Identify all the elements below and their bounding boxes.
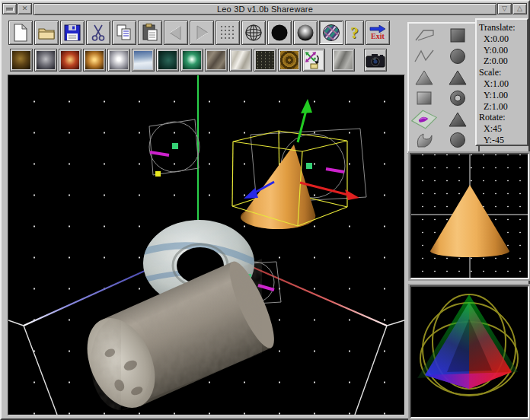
copy-pages-icon <box>116 24 132 42</box>
texture-swatch-silver[interactable] <box>107 49 130 72</box>
titlebar: ✕ Leo 3D v1.0b Shareware ▽ △ <box>2 2 528 15</box>
cut-button[interactable] <box>86 21 110 45</box>
back-arrow-icon <box>168 24 184 41</box>
sphere-primitive-icon <box>447 47 468 65</box>
exit-label: Exit <box>371 33 385 40</box>
torus-primitive-tool[interactable] <box>444 89 471 107</box>
copy-button[interactable] <box>112 21 136 45</box>
texture-thumb <box>183 51 201 69</box>
pyramid-primitive-icon <box>447 110 468 129</box>
texture-swatch-steel[interactable] <box>34 49 57 72</box>
rotate-y: Y:-45 <box>479 135 527 146</box>
snapshot-button[interactable] <box>364 49 387 72</box>
main-toolbar: ? Exit <box>8 19 391 46</box>
open-button[interactable] <box>34 21 59 45</box>
texture-toolbar <box>10 48 388 72</box>
zigzag-tool[interactable] <box>410 47 438 65</box>
textured-render-icon <box>322 24 340 42</box>
points-render-button[interactable] <box>216 21 240 45</box>
texture-thumb <box>12 51 30 69</box>
texture-thumb <box>37 51 55 69</box>
wireframe-render-button[interactable] <box>241 21 266 45</box>
triangle-tool[interactable] <box>410 68 438 87</box>
cone-front-view <box>430 185 509 257</box>
plane-with-circle-upper[interactable] <box>149 119 200 177</box>
forward-arrow-icon <box>193 24 210 41</box>
front-view-panel[interactable] <box>410 153 529 279</box>
texture-swatch-gray-marble[interactable] <box>332 49 355 72</box>
window-title: Leo 3D v1.0b Shareware <box>34 3 496 15</box>
cone-object[interactable] <box>241 145 315 229</box>
texture-swatch-sky[interactable] <box>132 49 155 72</box>
texture-thumb <box>231 51 250 69</box>
back-button[interactable] <box>164 21 188 45</box>
system-menu-button[interactable] <box>2 3 17 14</box>
forward-button[interactable] <box>190 21 214 45</box>
texture-swatch-rust[interactable] <box>59 49 81 72</box>
translate-header: Translate: <box>479 22 527 33</box>
tool-palette <box>407 22 480 154</box>
texture-swatch-speckle[interactable] <box>254 49 276 72</box>
zigzag-tool-icon <box>413 47 435 65</box>
system-menu-icon <box>6 8 13 11</box>
shaded-render-button[interactable] <box>293 21 318 45</box>
points-render-icon <box>219 24 236 41</box>
camera-icon <box>366 52 385 68</box>
open-folder-icon <box>37 25 56 40</box>
texture-swatch-gold[interactable] <box>83 49 106 72</box>
polyline-tool-icon <box>413 27 435 45</box>
curve-tool[interactable] <box>410 131 438 149</box>
texture-swatch-tan-marble[interactable] <box>205 49 228 72</box>
cube-primitive-tool[interactable] <box>444 27 471 45</box>
texture-swatch-teal-marble[interactable] <box>156 49 179 72</box>
new-button[interactable] <box>8 21 33 45</box>
main-3d-viewport[interactable] <box>8 75 405 415</box>
translate-z: Z:0.00 <box>479 56 527 67</box>
paste-button[interactable] <box>138 21 162 45</box>
texture-swatch-emerald[interactable] <box>180 49 203 72</box>
texture-swatch-white-marble[interactable] <box>229 49 252 72</box>
raise-window-icon: △ <box>517 5 522 12</box>
lower-window-button[interactable]: ▽ <box>497 3 512 14</box>
texture-swatch-gold-rings[interactable] <box>278 49 301 72</box>
textured-render-button[interactable] <box>319 21 343 45</box>
save-button[interactable] <box>60 21 85 45</box>
torus-primitive-icon <box>447 89 468 107</box>
shaded-render-icon <box>296 24 314 42</box>
material-brush-tool[interactable] <box>410 110 438 129</box>
help-icon: ? <box>350 24 359 43</box>
lower-window-icon: ▽ <box>502 5 507 12</box>
scale-header: Scale: <box>479 67 527 78</box>
square-tool[interactable] <box>410 89 438 107</box>
texture-thumb <box>158 51 177 69</box>
ellipsoid-primitive-tool[interactable] <box>444 131 471 149</box>
new-document-icon <box>12 24 29 42</box>
color-space-panel[interactable] <box>410 285 529 418</box>
material-brush-tool-icon <box>410 108 438 131</box>
texture-swatch-bronze[interactable] <box>10 49 33 72</box>
raise-window-button[interactable]: △ <box>512 3 527 14</box>
cone-primitive-tool[interactable] <box>444 68 471 87</box>
exit-button[interactable]: Exit <box>366 21 390 45</box>
curve-tool-icon <box>413 131 435 149</box>
apply-texture-button[interactable] <box>302 49 325 72</box>
polyline-tool[interactable] <box>410 27 438 45</box>
sphere-primitive-tool[interactable] <box>444 47 471 65</box>
texture-thumb <box>334 51 353 69</box>
triangle-tool-icon <box>413 68 435 87</box>
pyramid-primitive-tool[interactable] <box>444 110 471 129</box>
close-button[interactable]: ✕ <box>18 3 32 14</box>
solid-render-button[interactable] <box>267 21 292 45</box>
texture-thumb <box>256 51 274 69</box>
save-floppy-icon <box>64 24 81 41</box>
texture-thumb <box>280 51 299 69</box>
texture-thumb <box>61 51 79 69</box>
apply-texture-icon <box>305 51 323 69</box>
translate-x: X:0.00 <box>479 33 527 45</box>
scale-x: X:1.00 <box>479 78 527 90</box>
solid-render-icon <box>270 24 289 42</box>
help-button[interactable]: ? <box>345 21 364 45</box>
cube-primitive-icon <box>447 27 468 45</box>
square-tool-icon <box>413 89 435 107</box>
texture-thumb <box>110 51 128 69</box>
